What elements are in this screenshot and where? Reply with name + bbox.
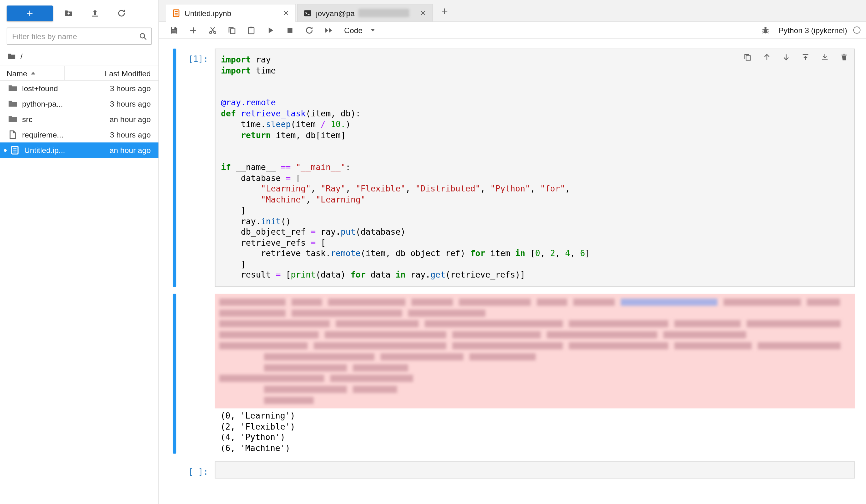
new-folder-icon — [64, 9, 73, 18]
execution-count-empty: [ ]: — [176, 462, 215, 479]
trash-icon — [840, 53, 848, 61]
sort-ascending-icon — [31, 72, 36, 75]
new-tab-button[interactable]: + — [437, 4, 452, 18]
debugger-button[interactable] — [759, 23, 772, 37]
file-row-requirements[interactable]: requireme... 3 hours ago — [0, 127, 158, 142]
file-browser-toolbar: + — [0, 0, 158, 26]
upload-button[interactable] — [88, 7, 102, 20]
breadcrumb-root[interactable]: / — [21, 52, 23, 61]
file-row-untitled-notebook-selected[interactable]: Untitled.ip... an hour ago — [0, 142, 158, 158]
cut-cell-button[interactable] — [206, 23, 219, 37]
insert-below-icon — [821, 53, 829, 61]
cell-input — [215, 462, 855, 479]
file-list-header: Name Last Modified — [0, 66, 158, 80]
new-launcher-button[interactable]: + — [7, 6, 53, 21]
kernel-name[interactable]: Python 3 (ipykernel) — [779, 25, 847, 34]
file-name: src — [22, 115, 110, 124]
refresh-file-list-button[interactable] — [115, 7, 128, 20]
empty-code-editor[interactable] — [215, 462, 855, 479]
folder-icon — [8, 99, 18, 109]
cell-collapser[interactable] — [173, 462, 176, 479]
file-row-src[interactable]: src an hour ago — [0, 112, 158, 127]
output-area: (0, 'Learning') (2, 'Flexible') (4, 'Pyt… — [215, 293, 855, 454]
file-browser-panel: + / Name Last Modified — [0, 0, 159, 504]
close-tab-icon[interactable]: × — [281, 8, 291, 18]
move-cell-down-button[interactable] — [781, 52, 790, 61]
file-row-python-pa[interactable]: python-pa... 3 hours ago — [0, 96, 158, 112]
code-content[interactable]: import rayimport time @ray.remotedef ret… — [221, 55, 849, 281]
empty-code-cell[interactable]: [ ]: — [173, 462, 855, 479]
insert-cell-below-button[interactable] — [820, 52, 829, 61]
chevron-down-icon — [371, 29, 375, 32]
paste-icon — [247, 25, 256, 34]
sort-by-modified-header[interactable]: Last Modified — [64, 66, 151, 80]
notebook-icon — [10, 145, 20, 155]
arrow-down-icon — [782, 53, 790, 61]
dock-tab-bar: Untitled.ipynb × jovyan@pa × + — [159, 0, 866, 22]
stdout-line: (6, 'Machine') — [220, 443, 855, 454]
file-modified: an hour ago — [110, 115, 151, 124]
cell-output: (0, 'Learning') (2, 'Flexible') (4, 'Pyt… — [173, 293, 855, 454]
upload-icon — [91, 9, 99, 18]
new-folder-button[interactable] — [62, 7, 75, 20]
paste-cell-button[interactable] — [245, 23, 258, 37]
search-icon — [138, 32, 147, 41]
close-tab-icon[interactable]: × — [418, 8, 428, 18]
main-dock-panel: Untitled.ipynb × jovyan@pa × + Code — [159, 0, 866, 504]
filter-files-input[interactable] — [12, 32, 139, 41]
code-cell[interactable]: [1]: import rayimport time @ray.remotede… — [173, 48, 855, 287]
file-row-lost-found[interactable]: lost+found 3 hours ago — [0, 81, 158, 96]
interrupt-kernel-button[interactable] — [284, 23, 297, 37]
output-prompt — [176, 293, 215, 454]
file-modified: 3 hours ago — [110, 84, 151, 93]
folder-icon — [8, 114, 18, 124]
file-modified: 3 hours ago — [110, 130, 151, 139]
run-cell-button[interactable] — [264, 23, 277, 37]
file-icon — [8, 130, 18, 140]
copy-icon — [227, 25, 236, 34]
copy-cell-button[interactable] — [225, 23, 238, 37]
file-name: python-pa... — [22, 99, 110, 108]
insert-cell-above-button[interactable] — [801, 52, 810, 61]
tab-untitled-notebook[interactable]: Untitled.ipynb × — [166, 4, 296, 22]
terminal-icon — [303, 9, 312, 18]
notebook-icon — [172, 9, 180, 18]
folder-icon — [8, 83, 18, 93]
insert-cell-button[interactable] — [187, 23, 200, 37]
restart-kernel-button[interactable] — [303, 23, 316, 37]
modified-column-label: Last Modified — [105, 69, 151, 78]
redacted-tab-text — [358, 9, 409, 17]
delete-cell-button[interactable] — [840, 52, 848, 61]
stderr-output-redacted — [215, 293, 855, 409]
tab-terminal[interactable]: jovyan@pa × — [297, 4, 433, 21]
kernel-status-icon[interactable] — [853, 26, 861, 34]
code-editor[interactable]: import rayimport time @ray.remotedef ret… — [215, 48, 855, 287]
cell-collapser[interactable] — [173, 48, 176, 287]
cell-type-select[interactable]: Code — [344, 25, 375, 34]
plus-icon — [189, 25, 198, 34]
cell-toolbar — [743, 52, 848, 61]
restart-icon — [305, 25, 314, 34]
tab-label: Untitled.ipynb — [185, 9, 277, 18]
refresh-icon — [117, 9, 126, 18]
stdout-line: (4, 'Python') — [220, 432, 855, 443]
duplicate-cell-button[interactable] — [743, 52, 752, 61]
stdout-line: (2, 'Flexible') — [220, 422, 855, 432]
file-modified: an hour ago — [110, 146, 151, 154]
file-modified: 3 hours ago — [110, 99, 151, 108]
filter-files-box — [7, 28, 152, 45]
cell-type-value: Code — [344, 25, 363, 34]
file-name: requireme... — [22, 130, 110, 139]
cell-input: import rayimport time @ray.remotedef ret… — [215, 48, 855, 287]
move-cell-up-button[interactable] — [762, 52, 771, 61]
root-folder-icon[interactable] — [7, 52, 16, 61]
output-collapser[interactable] — [173, 293, 176, 454]
sort-by-name-header[interactable]: Name — [7, 66, 64, 80]
redacted-log-lines — [219, 297, 851, 406]
restart-run-all-button[interactable] — [322, 23, 335, 37]
notebook-toolbar: Code Python 3 (ipykernel) — [159, 22, 866, 39]
file-list: lost+found 3 hours ago python-pa... 3 ho… — [0, 81, 158, 504]
cut-icon — [208, 25, 217, 34]
save-button[interactable] — [167, 23, 180, 37]
stop-icon — [286, 25, 295, 34]
